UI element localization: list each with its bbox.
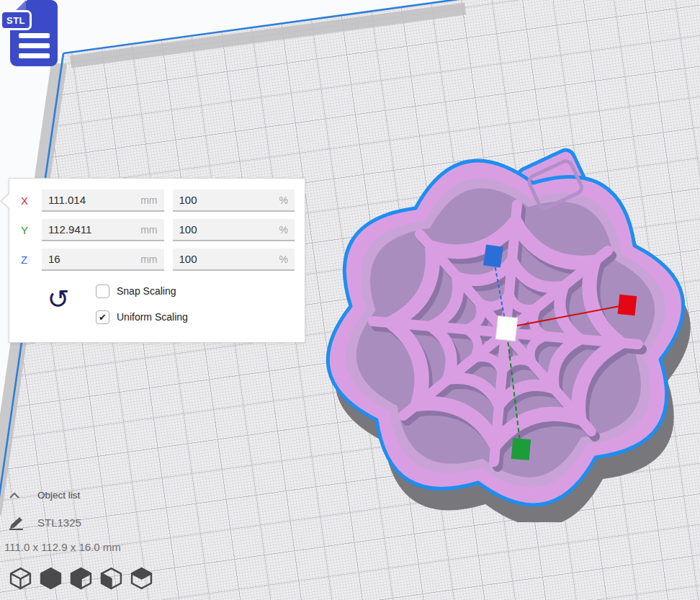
snap-scaling-label: Snap Scaling (117, 285, 176, 297)
scale-y-mm-unit: mm (140, 224, 157, 236)
reset-icon: ↺ (47, 284, 69, 315)
axis-y-label: Y (21, 224, 42, 236)
object-list-header[interactable]: Object list (7, 490, 80, 501)
axis-z-label: Z (21, 254, 42, 266)
view-top-button[interactable] (69, 566, 93, 590)
scale-x-mm-unit: mm (140, 194, 157, 206)
scale-x-mm-value: 111.014 (48, 194, 140, 206)
scale-tool-panel: X 111.014 mm 100 % Y 112.9411 mm 100 % Z (9, 178, 305, 343)
view-left-button[interactable] (99, 566, 123, 590)
pencil-icon (7, 514, 26, 531)
scale-x-percent-value: 100 (179, 194, 279, 206)
scale-y-percent-input[interactable]: 100 % (173, 219, 295, 241)
chevron-up-icon (7, 491, 22, 501)
stl-text-line (19, 43, 50, 48)
scale-y-mm-value: 112.9411 (48, 223, 140, 236)
stl-badge-label: STL (6, 15, 25, 26)
scale-x-percent-input[interactable]: 100 % (173, 189, 295, 212)
object-list-item[interactable]: STL1325 (7, 514, 81, 531)
scale-x-mm-input[interactable]: 111.014 mm (42, 189, 164, 212)
uniform-scaling-label: Uniform Scaling (117, 311, 188, 323)
view-front-button[interactable] (39, 566, 63, 590)
object-name: STL1325 (37, 516, 81, 529)
snap-scaling-checkbox[interactable] (96, 285, 109, 298)
panel-pointer-fill (1, 193, 10, 209)
scale-y-mm-input[interactable]: 112.9411 mm (42, 219, 164, 241)
scale-z-mm-unit: mm (140, 254, 157, 265)
scale-y-percent-unit: % (279, 224, 288, 236)
checkmark-icon: ✔ (99, 311, 107, 323)
scale-x-percent-unit: % (279, 194, 288, 206)
object-list-title: Object list (37, 490, 80, 501)
scale-handle-y[interactable] (511, 438, 531, 460)
axis-x-label: X (21, 194, 42, 207)
scale-z-mm-input[interactable]: 16 mm (42, 248, 164, 271)
view-right-button[interactable] (130, 566, 153, 590)
object-dimensions: 111.0 x 112.9 x 16.0 mm (4, 541, 121, 553)
stl-text-line (19, 53, 50, 58)
scale-y-percent-value: 100 (179, 223, 279, 236)
stl-text-line (19, 33, 50, 38)
scale-z-percent-value: 100 (179, 253, 279, 265)
stl-badge: STL (0, 10, 32, 30)
camera-view-toolbar (9, 566, 153, 590)
scale-handle-x[interactable] (618, 295, 637, 315)
scale-z-mm-value: 16 (48, 253, 140, 265)
uniform-scaling-checkbox[interactable]: ✔ (96, 310, 109, 324)
scale-z-percent-input[interactable]: 100 % (173, 248, 295, 271)
application-viewport: STL (0, 0, 700, 600)
scale-z-percent-unit: % (279, 254, 288, 265)
view-3d-button[interactable] (9, 566, 32, 590)
scale-handle-center[interactable] (495, 316, 517, 341)
scale-handle-z[interactable] (483, 244, 503, 267)
stl-file-icon: STL (0, 0, 69, 72)
reset-scale-button[interactable]: ↺ (44, 285, 73, 317)
